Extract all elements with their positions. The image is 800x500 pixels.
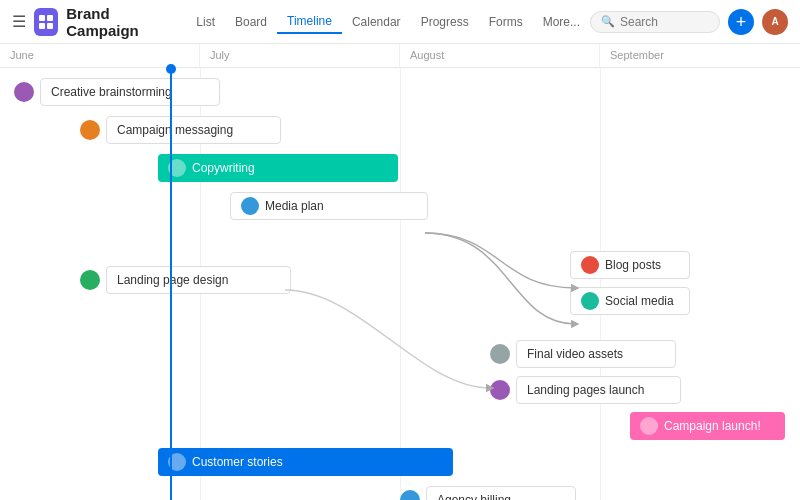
tab-board[interactable]: Board xyxy=(225,11,277,33)
task-agency-billing[interactable]: Agency billing xyxy=(400,486,576,500)
month-july: July xyxy=(200,44,400,67)
avatar-blog xyxy=(581,256,599,274)
search-box[interactable]: 🔍 xyxy=(590,11,720,33)
avatar-messaging xyxy=(80,120,100,140)
month-august: August xyxy=(400,44,600,67)
tab-progress[interactable]: Progress xyxy=(411,11,479,33)
topbar: ☰ Brand Campaign List Board Timeline Cal… xyxy=(0,0,800,44)
avatar-landing-design xyxy=(80,270,100,290)
search-input[interactable] xyxy=(620,15,710,29)
task-copywriting[interactable]: Copywriting xyxy=(158,154,398,182)
svg-rect-3 xyxy=(47,23,53,29)
task-media-plan[interactable]: Media plan xyxy=(230,192,428,220)
task-bar-campaign-launch[interactable]: Campaign launch! xyxy=(630,412,785,440)
task-social-media[interactable]: Social media xyxy=(570,287,690,315)
topbar-left: ☰ Brand Campaign xyxy=(12,5,170,39)
task-bar-final-video[interactable]: Final video assets xyxy=(516,340,676,368)
task-bar-social-media[interactable]: Social media xyxy=(570,287,690,315)
topbar-right: 🔍 + A xyxy=(590,9,788,35)
project-title: Brand Campaign xyxy=(66,5,170,39)
svg-rect-0 xyxy=(39,15,45,21)
task-customer-stories[interactable]: Customer stories xyxy=(158,448,453,476)
task-bar-landing-design[interactable]: Landing page design xyxy=(106,266,291,294)
task-bar-media-plan[interactable]: Media plan xyxy=(230,192,428,220)
nav-tabs: List Board Timeline Calendar Progress Fo… xyxy=(186,10,590,34)
task-bar-landing-launch[interactable]: Landing pages launch xyxy=(516,376,681,404)
current-time-dot xyxy=(166,64,176,74)
tab-timeline[interactable]: Timeline xyxy=(277,10,342,34)
task-landing-launch[interactable]: Landing pages launch xyxy=(490,376,681,404)
month-september: September xyxy=(600,44,800,67)
avatar-billing xyxy=(400,490,420,500)
tab-more[interactable]: More... xyxy=(533,11,590,33)
task-campaign-messaging[interactable]: Campaign messaging xyxy=(80,116,281,144)
task-final-video[interactable]: Final video assets xyxy=(490,340,676,368)
task-bar-messaging[interactable]: Campaign messaging xyxy=(106,116,281,144)
add-button[interactable]: + xyxy=(728,9,754,35)
avatar-media xyxy=(241,197,259,215)
tab-calendar[interactable]: Calendar xyxy=(342,11,411,33)
avatar: A xyxy=(762,9,788,35)
task-landing-design[interactable]: Landing page design xyxy=(80,266,291,294)
search-icon: 🔍 xyxy=(601,15,615,28)
avatar-landing-launch xyxy=(490,380,510,400)
svg-rect-2 xyxy=(39,23,45,29)
grid-line-3 xyxy=(600,68,601,500)
app-icon xyxy=(34,8,58,36)
avatar-social xyxy=(581,292,599,310)
tab-forms[interactable]: Forms xyxy=(479,11,533,33)
task-bar-customer-stories[interactable]: Customer stories xyxy=(158,448,453,476)
grid-line-2 xyxy=(400,68,401,500)
month-headers: June July August September xyxy=(0,44,800,68)
avatar-launch xyxy=(640,417,658,435)
svg-rect-1 xyxy=(47,15,53,21)
task-bar-copywriting[interactable]: Copywriting xyxy=(158,154,398,182)
hamburger-icon[interactable]: ☰ xyxy=(12,12,26,31)
task-bar-creative[interactable]: Creative brainstorming xyxy=(40,78,220,106)
tab-list[interactable]: List xyxy=(186,11,225,33)
avatar-video xyxy=(490,344,510,364)
timeline-container: June July August September Creative brai… xyxy=(0,44,800,500)
task-blog-posts[interactable]: Blog posts xyxy=(570,251,690,279)
task-bar-blog-posts[interactable]: Blog posts xyxy=(570,251,690,279)
task-creative-brainstorming[interactable]: Creative brainstorming xyxy=(14,78,220,106)
avatar-creative xyxy=(14,82,34,102)
current-time-line xyxy=(170,68,172,500)
task-bar-agency-billing[interactable]: Agency billing xyxy=(426,486,576,500)
task-campaign-launch[interactable]: Campaign launch! xyxy=(630,412,785,440)
